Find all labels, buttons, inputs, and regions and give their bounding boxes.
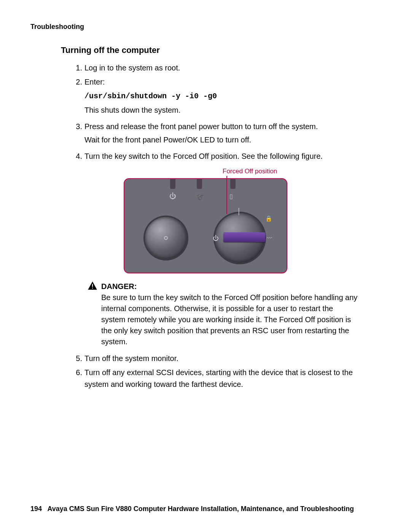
- step-line: Press and release the front panel power …: [84, 121, 358, 133]
- list-item: 6. Turn off any external SCSI devices, s…: [72, 367, 358, 390]
- step-text: Press and release the front panel power …: [84, 121, 358, 148]
- step-number: 6.: [72, 367, 82, 390]
- page-footer: 194 Avaya CMS Sun Fire V880 Computer Har…: [30, 505, 354, 513]
- step-text: Enter: /usr/sbin/shutdown -y -i0 -g0 Thi…: [84, 76, 358, 118]
- danger-triangle-icon: [88, 281, 98, 347]
- step-text: Turn off the system monitor.: [84, 353, 358, 364]
- list-item: 2. Enter: /usr/sbin/shutdown -y -i0 -g0 …: [72, 76, 358, 118]
- step-text: Turn the key switch to the Forced Off po…: [84, 150, 358, 162]
- page-number: 194: [30, 505, 42, 513]
- step-number: 4.: [72, 150, 82, 162]
- footer-title: Avaya CMS Sun Fire V880 Computer Hardwar…: [47, 505, 354, 513]
- normal-on-icon: |: [238, 207, 240, 215]
- panel-tab: [170, 179, 175, 189]
- svg-rect-1: [92, 284, 93, 287]
- step-number: 1.: [72, 62, 82, 74]
- locked-icon: 🔒: [265, 216, 272, 221]
- step-note: This shuts down the system.: [84, 104, 358, 116]
- list-item: 1. Log in to the system as root.: [72, 62, 358, 74]
- section-title: Turning off the computer: [61, 45, 381, 55]
- panel-tab: [230, 179, 236, 189]
- command-text: /usr/sbin/shutdown -y -i0 -g0: [84, 90, 358, 102]
- step-list: 1. Log in to the system as root. 2. Ente…: [72, 62, 358, 162]
- document-page: Troubleshooting Turning off the computer…: [0, 0, 411, 532]
- document-icon: ▯: [229, 193, 233, 200]
- step-text: Log in to the system as root.: [84, 62, 358, 74]
- wrench-icon: ➰: [196, 194, 204, 200]
- danger-text: DANGER: Be sure to turn the key switch t…: [101, 281, 358, 347]
- running-header: Troubleshooting: [30, 23, 381, 31]
- panel-top-icons: ⏻ ➰ ▯: [124, 193, 287, 202]
- power-button-illustration: [145, 217, 187, 259]
- step-number: 2.: [72, 76, 82, 118]
- figure-inner: Forced Off position ⏻ ➰ ▯ ⏻ | 🔒: [124, 169, 287, 273]
- panel-tab: [197, 179, 202, 189]
- list-item: 3. Press and release the front panel pow…: [72, 121, 358, 148]
- step-number: 3.: [72, 121, 82, 148]
- danger-body: Be sure to turn the key switch to the Fo…: [101, 293, 357, 346]
- danger-admonition: DANGER: Be sure to turn the key switch t…: [88, 281, 358, 347]
- button-center-dot: [164, 236, 168, 240]
- step-intro: Enter:: [84, 76, 358, 88]
- svg-rect-2: [92, 288, 93, 288]
- figure: Forced Off position ⏻ ➰ ▯ ⏻ | 🔒: [30, 169, 381, 273]
- step-text: Turn off any external SCSI devices, star…: [84, 367, 358, 390]
- list-item: 4. Turn the key switch to the Forced Off…: [72, 150, 358, 162]
- key-slot-illustration: [223, 232, 265, 242]
- step-line: Wait for the front panel Power/OK LED to…: [84, 134, 358, 146]
- danger-label: DANGER:: [101, 282, 137, 291]
- step-number: 5.: [72, 353, 82, 364]
- callout-leader-line: [226, 176, 227, 214]
- forced-off-icon: ⏻: [213, 235, 219, 241]
- power-icon: ⏻: [169, 193, 176, 200]
- front-panel-illustration: ⏻ ➰ ▯ ⏻ | 🔒 〰: [124, 178, 287, 273]
- diagnostics-icon: 〰: [267, 235, 272, 241]
- list-item: 5. Turn off the system monitor.: [72, 353, 358, 364]
- step-list-continued: 5. Turn off the system monitor. 6. Turn …: [72, 353, 358, 390]
- callout-label: Forced Off position: [223, 168, 299, 175]
